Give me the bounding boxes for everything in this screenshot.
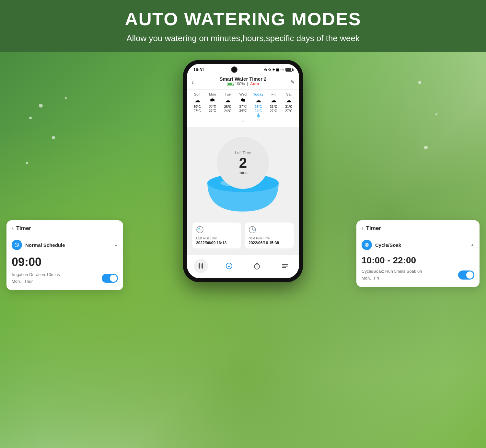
bottom-cards: Last Run Time 2022/06/09 16:13 Next Run … [192,223,294,248]
cycle-row-bottom: Cycle/Soak: Run 5mins Soak 6h Mon、Fri [362,268,474,282]
weather-day-fri: Fri ☁ 31°C 27°C [266,92,281,118]
svg-rect-13 [282,267,286,268]
camera-notch [231,66,237,73]
weather-day-wed: Wed 🌧 27°C 24°C [235,92,250,118]
next-run-icon [249,226,290,235]
right-card-title: Timer [366,225,381,232]
status-bar: 16:31 ⊙ ☆ ✦ ▣ ▪▪▪ [187,64,299,74]
phone-screen: 16:31 ⊙ ☆ ✦ ▣ ▪▪▪ ‹ Smart Water Timer [187,64,299,278]
menu-button[interactable] [278,259,292,273]
bottom-nav [187,255,299,278]
timer-unit: mins [238,170,247,175]
schedule-details: Irrigation Duration:10mins Mon、Thur [12,271,60,285]
cycle-details: Cycle/Soak: Run 5mins Soak 6h Mon、Fri [362,268,422,282]
back-button[interactable]: ‹ [191,78,194,86]
weather-day-tue: Tue ☁ 28°C 24°C [220,92,235,118]
page-title: AUTO WATERING MODES [125,8,361,29]
svg-rect-7 [202,263,203,269]
last-run-card: Last Run Time 2022/06/09 16:13 [192,223,241,248]
schedule-toggle[interactable] [102,274,118,283]
water-drop-deco [65,97,67,99]
schedule-chevron[interactable]: ▲ [114,243,118,247]
normal-schedule-card: ‹ Timer Normal Schedule ▲ 09:00 Irrigati… [6,220,123,290]
cycle-schedule-name: Cycle/Soak [375,242,401,248]
app-status: 100% | Auto [200,82,286,86]
cycle-chevron[interactable]: ▲ [470,243,474,247]
last-run-icon [196,226,237,235]
main-content: Left Time 2 mins [187,127,299,255]
right-card-body: Cycle/Soak ▲ 10:00 - 22:00 Cycle/Soak: R… [356,235,480,287]
last-run-label: Last Run Time [196,236,237,240]
next-run-card: Next Run Time 2022/06/16 15:38 [245,223,294,248]
cycle-header: Cycle/Soak ▲ [362,240,474,250]
weather-day-sat: Sat ☁ 31°C 27°C [281,92,296,118]
page-subtitle: Allow you watering on minutes,hours,spec… [126,33,360,43]
timer-circle: Left Time 2 mins [217,137,269,189]
water-drop-deco [435,113,437,115]
right-card-back[interactable]: ‹ [362,225,364,232]
schedule-header-left: Normal Schedule [12,240,65,250]
edit-button[interactable]: ✎ [290,79,295,85]
next-run-value: 2022/06/16 15:38 [249,241,290,245]
status-time: 16:31 [193,67,204,72]
svg-rect-6 [199,263,200,269]
left-time-label: Left Time [235,151,251,155]
auto-badge: Auto [250,82,259,86]
svg-rect-12 [282,266,288,267]
water-drop-deco [39,104,43,108]
schedule-header: Normal Schedule ▲ [12,240,118,250]
water-drop-deco [29,117,32,119]
timer-area: Left Time 2 mins [192,134,294,216]
left-card-header: ‹ Timer [6,220,123,235]
timer-button[interactable] [250,259,264,273]
water-drop-deco [424,146,428,149]
status-icons: ⊙ ☆ ✦ ▣ ▪▪▪ [264,68,293,72]
page-header: AUTO WATERING MODES Allow you watering o… [0,0,486,52]
schedule-row-bottom: Irrigation Duration:10mins Mon、Thur [12,271,118,285]
weather-day-sun: Sun ☁ 30°C 27°C [190,92,205,118]
cycle-header-left: Cycle/Soak [362,240,401,250]
water-drop-deco [52,136,55,139]
home-button[interactable] [222,259,236,273]
weather-days: Sun ☁ 30°C 27°C Mon 🌧 30°C 26°C [187,92,299,118]
schedule-icon [12,240,22,250]
pause-button[interactable] [194,259,208,273]
right-card-header: ‹ Timer [356,220,480,235]
svg-rect-10 [256,263,258,264]
next-run-label: Next Run Time [249,236,290,240]
cycle-soak-card: ‹ Timer Cycle/Soak ▲ 10:00 - 22:00 Cycle… [356,220,480,287]
svg-rect-11 [282,264,288,265]
left-card-title: Timer [16,225,31,232]
schedule-name: Normal Schedule [25,242,65,248]
schedule-time: 09:00 [12,255,118,269]
left-card-back[interactable]: ‹ [12,225,14,232]
cycle-time: 10:00 - 22:00 [362,255,474,266]
timer-value: 2 [239,156,247,170]
water-drop-deco [26,162,28,164]
app-title: Smart Water Timer 2 [200,76,286,82]
last-run-value: 2022/06/09 16:13 [196,241,237,245]
phone-frame: 16:31 ⊙ ☆ ✦ ▣ ▪▪▪ ‹ Smart Water Timer [183,60,303,282]
cycle-icon [362,240,372,250]
battery-icon [227,83,233,86]
left-card-body: Normal Schedule ▲ 09:00 Irrigation Durat… [6,235,123,290]
phone-mockup: 16:31 ⊙ ☆ ✦ ▣ ▪▪▪ ‹ Smart Water Timer [183,60,303,282]
weather-section: Sun ☁ 30°C 27°C Mon 🌧 30°C 26°C [187,90,299,127]
app-header: ‹ Smart Water Timer 2 100% | Auto ✎ [187,74,299,90]
battery-status [285,68,293,72]
collapse-chevron[interactable]: ⌃ [187,118,299,125]
cycle-toggle[interactable] [458,270,474,280]
weather-day-mon: Mon 🌧 30°C 26°C [205,92,220,118]
water-drop-deco [418,81,421,84]
weather-day-today: Today ☁ 28°C 24°C 💧 [251,92,266,118]
